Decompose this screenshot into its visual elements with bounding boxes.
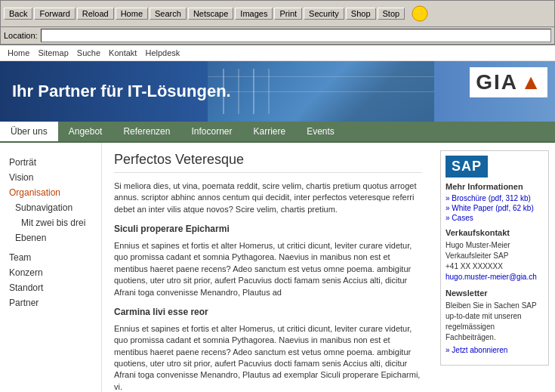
top-nav-suche[interactable]: Suche	[77, 48, 100, 57]
sidebar-item-team[interactable]: Team	[0, 250, 101, 265]
sap-sales-title: Verkaufskontakt	[446, 228, 544, 237]
main-article: Perfectos Veteresque Si meliora dies, ut…	[102, 143, 434, 392]
sap-logo: SAP	[446, 156, 488, 177]
header-tagline: Ihr Partner für IT-Lösungen.	[0, 82, 243, 101]
stop-button[interactable]: Stop	[378, 8, 405, 20]
sap-box: SAP Mehr Informationen Broschüre (pdf, 3…	[440, 150, 549, 366]
contact-email[interactable]: hugo.muster-meier@gia.ch	[446, 273, 537, 281]
top-nav-sitemap[interactable]: Sitemap	[38, 48, 68, 57]
search-button[interactable]: Search	[150, 8, 187, 20]
sidebar-item-subnavigation[interactable]: Subnavigation	[0, 200, 101, 215]
contact-phone: +41 XX XXXXXX	[446, 262, 503, 270]
sidebar-item-mit-zwei[interactable]: Mit zwei bis drei	[0, 215, 101, 230]
nav-infocorner[interactable]: Infocorner	[180, 122, 242, 141]
security-button[interactable]: Security	[304, 8, 344, 20]
article-subtitle1: Siculi properare Epicharmi	[114, 223, 422, 236]
article-para2: Ennius et sapines et fortis et alter Hom…	[114, 240, 422, 298]
sap-more-info: Mehr Informationen Broschüre (pdf, 312 k…	[446, 182, 544, 222]
sidebar-item-vision[interactable]: Vision	[0, 170, 101, 185]
nav-ueber-uns[interactable]: Über uns	[0, 122, 58, 141]
main-nav: Über uns Angebot Referenzen Infocorner K…	[0, 122, 555, 143]
article-body: Si meliora dies, ut vina, poemata reddit…	[114, 181, 422, 392]
sap-newsletter-title: Newsletter	[446, 289, 544, 298]
article-title: Perfectos Veteresque	[114, 152, 422, 173]
browser-toolbar: Back Forward Reload Home Search Netscape…	[1, 1, 554, 27]
nav-events[interactable]: Events	[296, 122, 345, 141]
home-button[interactable]: Home	[116, 8, 148, 20]
sidebar-item-standort[interactable]: Standort	[0, 280, 101, 295]
right-sidebar: SAP Mehr Informationen Broschüre (pdf, 3…	[434, 143, 555, 392]
top-nav-helpdesk[interactable]: Helpdesk	[145, 48, 180, 57]
sidebar-item-partner[interactable]: Partner	[0, 295, 101, 310]
sidebar: Porträt Vision Organisation Subnavigatio…	[0, 143, 102, 392]
images-button[interactable]: Images	[235, 8, 273, 20]
header: GIA ▲ Ihr Partner für IT-Lösungen.	[0, 61, 555, 122]
contact-name: Hugo Muster-Meier	[446, 241, 510, 249]
content-layout: Porträt Vision Organisation Subnavigatio…	[0, 143, 555, 392]
nav-referenzen[interactable]: Referenzen	[113, 122, 180, 141]
shop-button[interactable]: Shop	[346, 8, 376, 20]
top-nav: Home Sitemap Suche Kontakt Helpdesk	[0, 45, 555, 61]
gia-logo: GIA ▲	[470, 67, 547, 97]
sidebar-item-konzern[interactable]: Konzern	[0, 265, 101, 280]
browser-window: Back Forward Reload Home Search Netscape…	[0, 0, 555, 45]
netscape-button[interactable]: Netscape	[188, 8, 233, 20]
contact-role: Verkaufsleiter SAP	[446, 252, 508, 260]
sap-newsletter-text: Bleiben Sie in Sachen SAP up-to-date mit…	[446, 301, 544, 343]
page-content: Home Sitemap Suche Kontakt Helpdesk GIA …	[0, 45, 555, 392]
svg-text:⚡: ⚡	[415, 8, 426, 19]
back-button[interactable]: Back	[4, 8, 32, 20]
location-label: Location:	[4, 31, 38, 40]
browser-logo-icon: ⚡	[409, 3, 430, 24]
sap-sales-contact: Verkaufskontakt Hugo Muster-Meier Verkau…	[446, 228, 544, 282]
sidebar-item-portrait[interactable]: Porträt	[0, 155, 101, 170]
sap-newsletter-link[interactable]: Jetzt abonnieren	[446, 346, 544, 354]
sap-newsletter: Newsletter Bleiben Sie in Sachen SAP up-…	[446, 289, 544, 354]
forward-button[interactable]: Forward	[34, 8, 75, 20]
sap-link-brochure[interactable]: Broschüre (pdf, 312 kb)	[446, 194, 544, 202]
location-bar: Location:	[1, 27, 554, 45]
reload-button[interactable]: Reload	[77, 8, 114, 20]
article-para3: Ennius et sapines et fortis et alter Hom…	[114, 323, 422, 392]
sidebar-item-organisation[interactable]: Organisation	[0, 185, 101, 200]
article-subtitle2: Carmina livi esse reor	[114, 306, 422, 319]
location-input[interactable]	[41, 29, 551, 42]
sidebar-item-ebenen[interactable]: Ebenen	[0, 230, 101, 245]
sap-link-cases[interactable]: Cases	[446, 214, 544, 222]
nav-karriere[interactable]: Karriere	[243, 122, 297, 141]
top-nav-home[interactable]: Home	[8, 48, 29, 57]
article-para1: Si meliora dies, ut vina, poemata reddit…	[114, 181, 422, 215]
top-nav-kontakt[interactable]: Kontakt	[109, 48, 137, 57]
sap-link-whitepaper[interactable]: White Paper (pdf, 62 kb)	[446, 204, 544, 212]
sap-more-info-title: Mehr Informationen	[446, 182, 544, 191]
print-button[interactable]: Print	[274, 8, 302, 20]
nav-angebot[interactable]: Angebot	[58, 122, 113, 141]
